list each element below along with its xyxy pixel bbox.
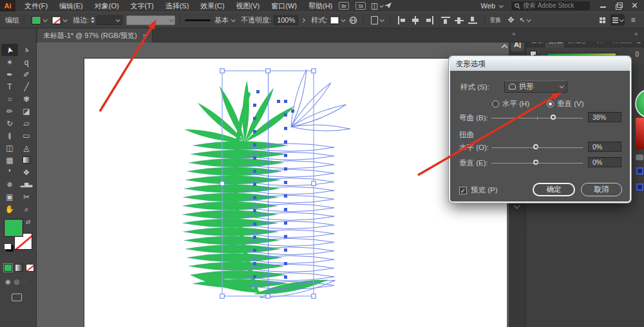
dialog-title-bar[interactable]: 变形选项	[450, 57, 630, 71]
context-menu-icon[interactable]: ≡	[627, 15, 639, 25]
dock-collapse-icon[interactable]: «	[512, 30, 516, 37]
rotate-tool[interactable]: ↻	[1, 117, 18, 129]
vertical-radio[interactable]: 垂直 (V)	[547, 99, 584, 109]
scale-tool[interactable]: ▱	[18, 117, 35, 129]
maximize-button[interactable]	[616, 3, 622, 9]
close-button[interactable]: ✕	[631, 3, 638, 9]
recolor-artwork-icon[interactable]	[347, 15, 359, 25]
distort-horizontal-field[interactable]: 0%	[588, 142, 621, 152]
align-left-icon[interactable]	[397, 16, 407, 24]
draw-normal-icon[interactable]: ◉	[5, 278, 11, 285]
distort-horizontal-knob[interactable]	[533, 144, 538, 149]
color-mode-button[interactable]	[4, 264, 12, 272]
hand-tool[interactable]: ✋	[1, 203, 18, 215]
share-icon[interactable]	[383, 1, 394, 11]
shape-builder-tool[interactable]: ◫	[1, 142, 18, 154]
menu-7[interactable]: 视图(V)	[236, 1, 260, 11]
menu-9[interactable]: 帮助(H)	[308, 1, 332, 11]
preview-checkbox-row[interactable]: ✓ 预览 (P)	[459, 185, 498, 195]
direct-selection-tool[interactable]: ➢	[18, 44, 35, 56]
illustrator-logo[interactable]: Ai	[0, 0, 15, 12]
none-mode-button[interactable]	[26, 264, 34, 272]
document-tab[interactable]: 未标题-1* @ 97% (RGB/预览) ×	[37, 28, 153, 42]
bend-value-field[interactable]: 38%	[588, 112, 621, 122]
brush-dropdown[interactable]	[231, 19, 234, 22]
type-tool[interactable]: T	[1, 80, 18, 93]
menu-3[interactable]: 对象(O)	[95, 1, 119, 11]
align-center-icon[interactable]	[411, 16, 421, 24]
draw-behind-icon[interactable]: ◎	[14, 278, 20, 285]
opacity-expand-icon[interactable]	[301, 17, 305, 22]
distort-horizontal-track[interactable]	[491, 147, 583, 148]
align-top-icon[interactable]	[441, 16, 451, 24]
draw-inside-icon[interactable]: ◌	[23, 278, 26, 285]
bend-slider-track[interactable]	[491, 118, 583, 118]
menu-1[interactable]: 文件(F)	[24, 1, 48, 11]
width-tool[interactable]: ≬	[1, 129, 18, 142]
opacity-field[interactable]: 100%	[274, 15, 298, 25]
fill-indicator[interactable]	[4, 219, 23, 237]
preview-checkbox[interactable]: ✓	[459, 187, 467, 194]
ellipse-tool[interactable]: ○	[1, 93, 18, 105]
fern-artwork-selection[interactable]	[37, 42, 509, 327]
line-segment-tool[interactable]: ╱	[18, 80, 35, 93]
distort-vertical-knob[interactable]	[533, 160, 538, 165]
gradient-tool[interactable]	[18, 154, 35, 166]
document-setup-icon[interactable]	[371, 16, 383, 24]
style-dropdown[interactable]	[330, 16, 345, 24]
warp-options-dialog[interactable]: 变形选项 样式 (S): 拱形 水平 (H) 垂直 (V) 弯曲 (B): 38…	[449, 56, 631, 203]
panel-list-icon[interactable]	[611, 14, 625, 26]
search-input[interactable]: 搜索 Adobe Stock	[511, 1, 590, 10]
transform-panel-link[interactable]: 变换	[489, 16, 501, 24]
perspective-grid-tool[interactable]: ◬	[18, 142, 35, 154]
expand-icon[interactable]: ✥	[505, 15, 516, 25]
app-grid-icon[interactable]	[600, 17, 605, 23]
stock-badge[interactable]: St	[355, 2, 366, 10]
menu-4[interactable]: 文字(T)	[131, 1, 154, 11]
artboard-tool[interactable]: ▣	[1, 191, 18, 203]
curvature-tool[interactable]: ✐	[18, 68, 35, 80]
dock-blue-panel-icon-2[interactable]	[636, 183, 643, 191]
horizontal-radio[interactable]: 水平 (H)	[492, 99, 529, 109]
free-transform-tool[interactable]: ▭	[18, 129, 35, 142]
width-profile-dropdown[interactable]	[126, 15, 175, 25]
bridge-badge[interactable]: Br	[339, 2, 349, 10]
eyedropper-tool[interactable]: ❜	[1, 166, 18, 178]
ok-button[interactable]: 确定	[533, 183, 575, 196]
isolate-selection-dropdown[interactable]: ↖	[519, 16, 530, 24]
align-right-icon[interactable]	[424, 16, 434, 24]
cancel-button[interactable]: 取消	[581, 183, 622, 196]
selection-tool[interactable]: ➤	[1, 44, 18, 56]
stroke-weight-dropdown[interactable]	[97, 15, 122, 25]
gradient-mode-button[interactable]	[15, 264, 23, 272]
screen-mode-icon[interactable]	[12, 294, 22, 301]
distort-vertical-track[interactable]	[491, 163, 583, 164]
menu-5[interactable]: 选择(S)	[166, 1, 189, 11]
align-bottom-icon[interactable]	[468, 16, 478, 24]
slice-tool[interactable]: ✂	[18, 191, 35, 203]
workspace-switcher[interactable]: Web	[481, 2, 502, 10]
red-spectrum-strip[interactable]	[636, 118, 644, 149]
pencil-tool[interactable]: ✏	[1, 105, 18, 117]
canvas-area[interactable]	[37, 42, 509, 327]
minimize-button[interactable]	[600, 3, 607, 9]
distort-vertical-field[interactable]: 0%	[588, 157, 621, 167]
fill-stroke-indicator[interactable]: ⇄	[4, 219, 33, 260]
symbol-sprayer-tool[interactable]: ✵	[1, 178, 18, 191]
mesh-tool[interactable]: ▦	[1, 154, 18, 166]
fill-color-dropdown[interactable]	[32, 16, 46, 24]
magic-wand-tool[interactable]: ✶	[1, 56, 18, 68]
default-fill-stroke-icon[interactable]	[4, 243, 12, 250]
bend-slider-knob[interactable]	[551, 115, 556, 120]
menu-8[interactable]: 窗口(W)	[271, 1, 297, 11]
arrange-documents-icon[interactable]: ◫	[371, 1, 383, 11]
column-graph-tool[interactable]: ▂▆▃	[18, 178, 35, 191]
swap-fill-stroke-icon[interactable]: ⇄	[26, 219, 31, 225]
warp-style-dropdown[interactable]: 拱形	[504, 80, 567, 93]
stroke-weight-stepper[interactable]	[91, 17, 95, 23]
align-middle-icon[interactable]	[455, 16, 464, 24]
stroke-color-dropdown[interactable]	[52, 16, 66, 24]
eraser-tool[interactable]: ◪	[18, 105, 35, 117]
panel-strip-chevron-icon[interactable]	[514, 203, 520, 209]
tab-close-icon[interactable]: ×	[142, 32, 146, 39]
